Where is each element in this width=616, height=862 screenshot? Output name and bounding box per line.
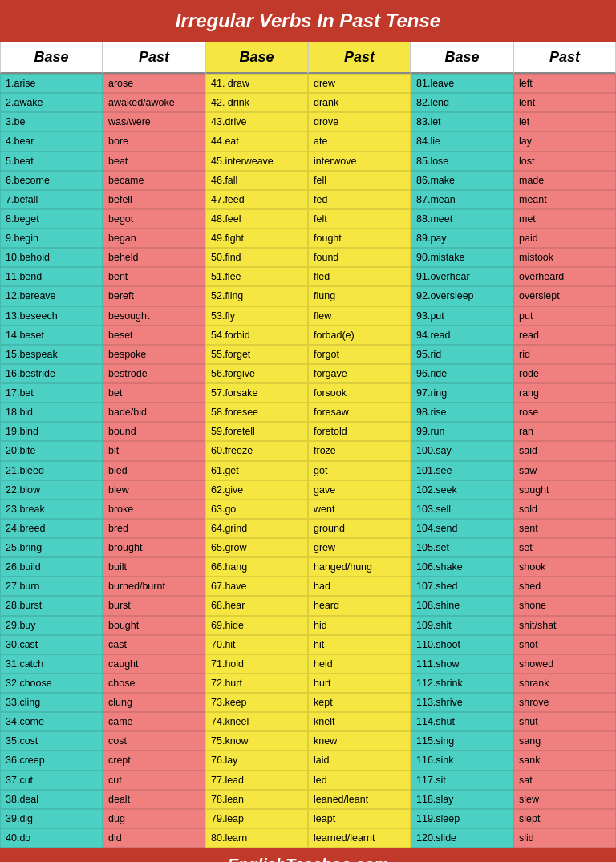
base-cell: 102.seek [411,480,513,500]
table-row: 108.shineshone [411,596,616,615]
table-row: 59.foretellforetold [205,422,411,441]
table-row: 107.shedshed [411,577,616,596]
table-row: 103.sellsold [411,500,616,519]
table-row: 9.beginbegan [0,229,205,248]
base-cell: 100.say [411,441,513,460]
past-cell: made [513,171,616,190]
rows-container-2: 41. drawdrew42. drinkdrank43.drivedrove4… [205,74,411,848]
past-cell: shone [513,596,616,615]
base-cell: 116.sink [411,751,513,770]
past-cell: bled [103,461,205,480]
table-row: 57.forsakeforsook [205,383,411,403]
past-cell: rang [513,383,616,403]
table-row: 6.becomebecame [0,171,205,190]
table-row: 43.drivedrove [205,112,411,132]
past-cell: beheld [103,248,205,267]
past-cell: lost [513,152,616,171]
past-cell: slept [513,809,616,828]
table-row: 7.befallbefell [0,190,205,209]
base-cell: 88.meet [411,209,513,229]
base-cell: 17.bet [0,383,103,403]
past-cell: leaned/leant [308,790,411,809]
past-cell: lay [513,132,616,151]
past-cell: laid [308,751,411,770]
past-cell: bespoke [103,345,205,364]
past-cell: shrank [513,674,616,693]
past-cell: ate [308,132,411,151]
table-row: 31.catchcaught [0,654,205,674]
table-row: 81.leaveleft [411,74,616,93]
table-row: 27.burnburned/burnt [0,577,205,596]
past-cell: foretold [308,422,411,441]
past-cell: beat [103,152,205,171]
past-cell: flew [308,306,411,326]
past-cell: bound [103,422,205,441]
past-cell: shed [513,577,616,596]
base-cell: 82.lend [411,93,513,112]
table-row: 14.besetbeset [0,326,205,345]
base-cell: 1.arise [0,74,103,93]
base-cell: 48.feel [205,209,308,229]
table-row: 34.comecame [0,712,205,731]
base-cell: 64.grind [205,519,308,538]
base-cell: 84.lie [411,132,513,151]
past-cell: knew [308,731,411,751]
table-row: 22.blowblew [0,480,205,500]
past-cell: fled [308,267,411,286]
table-row: 10.beholdbeheld [0,248,205,267]
table-row: 72.hurthurt [205,674,411,693]
table-row: 110.shootshot [411,635,616,654]
table-row: 69.hidehid [205,616,411,635]
table-row: 115.singsang [411,731,616,751]
base-cell: 66.hang [205,557,308,577]
table-row: 65.growgrew [205,538,411,557]
past-cell: bit [103,441,205,460]
past-cell: rid [513,345,616,364]
table-row: 8.begetbegot [0,209,205,229]
past-cell: came [103,712,205,731]
table-row: 62.givegave [205,480,411,500]
base-cell: 20.bite [0,441,103,460]
past-cell: knelt [308,712,411,731]
base-cell: 52.fling [205,286,308,306]
base-cell: 46.fall [205,171,308,190]
past-cell: held [308,654,411,674]
base-cell: 9.begin [0,229,103,248]
base-cell: 62.give [205,480,308,500]
base-cell: 113.shrive [411,693,513,712]
table-row: 30.castcast [0,635,205,654]
table-row: 74.kneelknelt [205,712,411,731]
table-row: 21.bleedbled [0,461,205,480]
base-cell: 59.foretell [205,422,308,441]
table-row: 52.flingflung [205,286,411,306]
table-row: 40.dodid [0,828,205,848]
table-row: 73.keepkept [205,693,411,712]
table-row: 3.bewas/were [0,112,205,132]
table-row: 105.setset [411,538,616,557]
past-cell: dug [103,809,205,828]
table-row: 11.bendbent [0,267,205,286]
base-cell: 32.choose [0,674,103,693]
past-cell: ran [513,422,616,441]
base-cell: 89.pay [411,229,513,248]
table-row: 42. drinkdrank [205,93,411,112]
base-cell: 37.cut [0,771,103,790]
past-cell: beset [103,326,205,345]
table-row: 90.mistakemistook [411,248,616,267]
past-cell: bestrode [103,364,205,383]
past-cell: chose [103,674,205,693]
base-cell: 36.creep [0,751,103,770]
past-cell: said [513,441,616,460]
table-row: 114.shutshut [411,712,616,731]
table-row: 118.slayslew [411,790,616,809]
past-cell: slid [513,828,616,848]
table-row: 111.showshowed [411,654,616,674]
table-row: 23.breakbroke [0,500,205,519]
past-cell: forgot [308,345,411,364]
past-cell: began [103,229,205,248]
past-cell: bet [103,383,205,403]
base-cell: 94.read [411,326,513,345]
table-row: 87.meanmeant [411,190,616,209]
past-cell: flung [308,286,411,306]
past-cell: paid [513,229,616,248]
